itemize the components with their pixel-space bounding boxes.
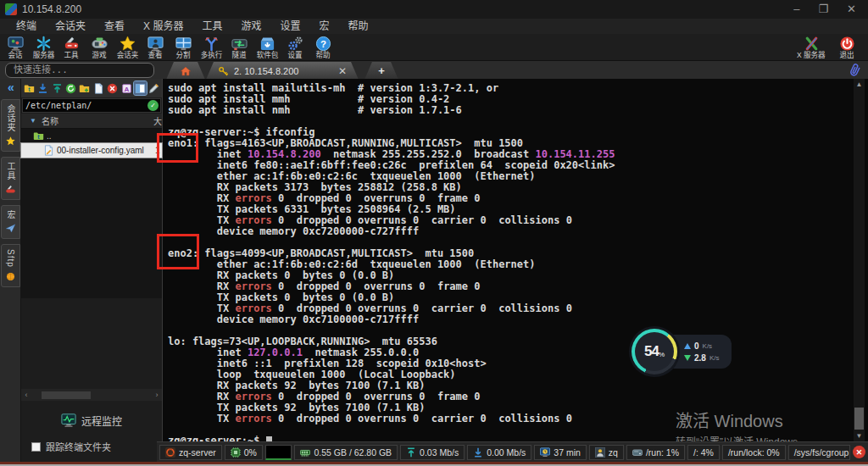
download-speed-unit: K/s — [709, 354, 720, 362]
tab-bar: 快速连接... 2. 10.154.8.200 ✕ + — [0, 60, 868, 79]
maximize-button[interactable]: ❐ — [818, 0, 828, 19]
menu-item[interactable]: 工具 — [192, 19, 231, 34]
toolbar-button[interactable]: ?帮助 — [309, 34, 337, 59]
upload-speed-value: 0 — [694, 341, 699, 351]
scroll-up-icon[interactable]: ▲ — [854, 80, 865, 88]
file-row[interactable]: 00-installer-config.yaml1 — [21, 143, 162, 158]
menu-item[interactable]: 终端 — [7, 19, 46, 34]
statusbar-item[interactable]: zq — [589, 445, 624, 460]
refresh-icon — [65, 83, 76, 94]
annotation-box-eno2 — [157, 234, 199, 269]
tab-session-label: 2. 10.154.8.200 — [234, 66, 298, 76]
tab-session[interactable]: 2. 10.154.8.200 ✕ — [206, 62, 359, 80]
toolbar-button[interactable]: 会话 — [2, 34, 30, 59]
paperclip-icon[interactable] — [848, 63, 863, 78]
toolbar-button[interactable]: 软件包 — [253, 34, 281, 59]
statusbar-item[interactable]: zq-server — [159, 445, 222, 460]
menu-item[interactable]: 帮助 — [338, 19, 377, 34]
sftp-path-input[interactable]: /etc/netplan/ ✓ — [22, 98, 161, 113]
toolbar-button[interactable]: X 服务器 — [793, 34, 829, 59]
down-arrow-icon — [473, 447, 483, 458]
file-row[interactable]: t.. — [21, 129, 162, 143]
rename-button[interactable]: A — [120, 81, 132, 95]
toolbar-button[interactable]: 退出 — [829, 34, 865, 59]
new-file-button[interactable] — [92, 81, 104, 95]
statusbar-close-button[interactable]: ✕ — [853, 446, 865, 458]
upload-button[interactable] — [51, 81, 63, 95]
tab-home[interactable] — [166, 62, 205, 80]
refresh-button[interactable] — [64, 81, 76, 95]
menu-item[interactable]: 设置 — [270, 19, 309, 34]
menu-item[interactable]: 会话夹 — [46, 19, 95, 34]
terminal-line: lo: flags=73<UP,LOOPBACK,RUNNING> mtu 65… — [168, 336, 851, 347]
toolbar-button[interactable]: 游戏 — [86, 34, 114, 59]
edit-icon — [148, 83, 159, 94]
collapse-sidebar-button[interactable]: « — [0, 79, 20, 94]
sftp-path-value: /etc/netplan/ — [25, 101, 92, 110]
menu-item[interactable]: 宏 — [309, 19, 338, 34]
toolbar-button[interactable]: 隧道 — [225, 34, 253, 59]
terminal[interactable]: sudo apt install mailutils-mh # version … — [163, 79, 868, 441]
download-button[interactable] — [36, 81, 48, 95]
toolbar-button[interactable]: 查看 — [142, 34, 170, 59]
terminal-scrollbar-thumb[interactable] — [854, 408, 864, 430]
menu-item[interactable]: 游戏 — [231, 19, 270, 34]
delete-button[interactable] — [106, 81, 118, 95]
terminal-line — [168, 325, 851, 336]
terminal-line: inet6 ::1 prefixlen 128 scopeid 0x10<hos… — [168, 358, 851, 369]
statusbar-item[interactable]: 0.55 GB / 62.80 GB — [294, 445, 398, 460]
terminal-line: RX errors 0 dropped 0 overruns 0 frame 0 — [168, 391, 851, 402]
toolbar-button[interactable]: 多执行 — [198, 34, 225, 59]
side-tab-会话夹[interactable]: 会话夹 — [1, 99, 20, 152]
network-gauge-widget[interactable]: 54 % 0 K/s 2.8 K/s — [632, 328, 735, 375]
dual-pane-button[interactable] — [134, 81, 146, 95]
games-icon — [92, 36, 108, 52]
toolbar-button[interactable]: 分割 — [170, 34, 198, 59]
help-icon: ? — [315, 36, 331, 52]
statusbar-item[interactable]: /run: 1% — [626, 445, 685, 460]
scroll-right-icon[interactable]: › — [152, 391, 162, 399]
follow-folder-checkbox[interactable] — [31, 442, 41, 452]
side-tab-工具[interactable]: 工具 — [1, 157, 20, 200]
scroll-left-icon[interactable]: ‹ — [21, 391, 31, 399]
follow-terminal-folder[interactable]: 跟踪终端文件夹 — [31, 440, 111, 453]
remote-monitor-button[interactable]: 远程监控 — [21, 413, 162, 428]
statusbar-item[interactable]: 0.00 Mb/s — [467, 445, 531, 460]
toolbar-button-label: 设置 — [288, 52, 303, 59]
side-tab-sftp[interactable]: Sftp — [1, 244, 20, 287]
close-button[interactable]: ✕ — [847, 0, 856, 19]
disk-icon — [632, 447, 643, 458]
xserver-icon — [804, 36, 820, 52]
new-folder-button[interactable] — [79, 81, 91, 95]
statusbar-item[interactable]: /run/lock: 0% — [722, 445, 786, 460]
scroll-down-icon[interactable]: ▼ — [854, 432, 865, 440]
toolbar-button[interactable]: 服务器 — [30, 34, 58, 59]
tab-close-icon[interactable]: ✕ — [338, 65, 347, 77]
side-tab-宏[interactable]: 宏 — [1, 205, 20, 239]
new-tab-button[interactable]: + — [364, 62, 398, 80]
sessions-folder-icon — [120, 36, 136, 52]
statusbar-item[interactable]: /: 4% — [687, 445, 720, 460]
toolbar-button[interactable]: 会话夹 — [114, 34, 142, 59]
minimize-button[interactable]: – — [793, 0, 799, 19]
statusbar-item[interactable]: 0.03 Mb/s — [400, 445, 465, 460]
terminal-scrollbar[interactable]: ▲ ▼ — [854, 79, 865, 441]
toolbar-button[interactable]: 设置 — [281, 34, 309, 59]
sftp-horizontal-scrollbar[interactable]: ‹ › — [21, 389, 162, 401]
side-tab-label: 工具 — [4, 162, 17, 180]
statusbar-item[interactable]: 0% — [225, 445, 263, 460]
folder-home-button[interactable]: t — [23, 81, 35, 95]
scrollbar-thumb[interactable] — [42, 391, 91, 399]
toolbar-button[interactable]: 工具 — [58, 34, 86, 59]
new-folder-icon — [79, 83, 90, 94]
file-list-header[interactable]: ▼ 名称 大小 — [21, 114, 162, 129]
statusbar-item[interactable]: 37 min — [534, 445, 587, 460]
terminal-line: sudo apt install mmh # version 0.4-2 — [168, 93, 851, 104]
toolbar-button-label: 会话 — [8, 52, 23, 59]
statusbar-item-label: 37 min — [554, 447, 581, 458]
edit-button[interactable] — [148, 81, 160, 95]
menu-item[interactable]: X 服务器 — [134, 19, 192, 34]
menu-item[interactable]: 查看 — [95, 19, 134, 34]
statusbar-item[interactable]: /sys/fs/cgroup: 0 — [788, 445, 850, 460]
quick-connect-input[interactable]: 快速连接... — [5, 63, 154, 78]
